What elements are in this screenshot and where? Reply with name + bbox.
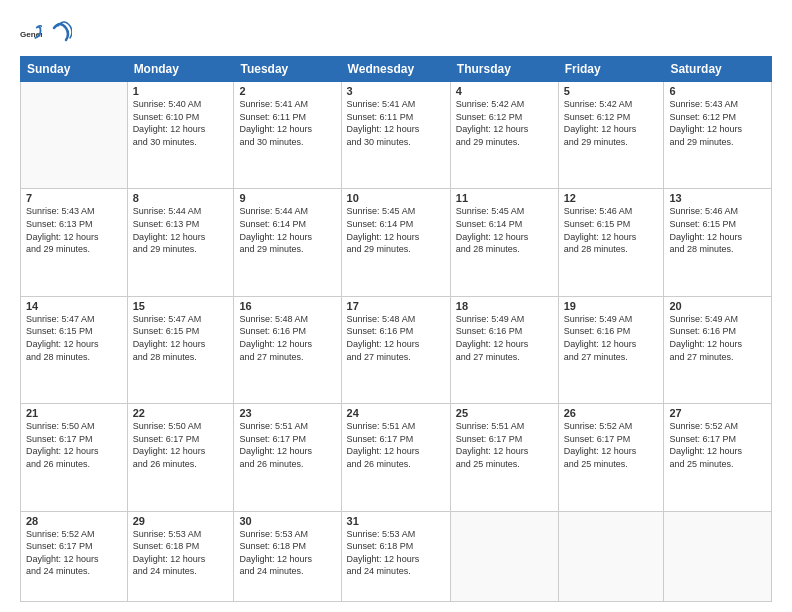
- day-number: 13: [669, 192, 766, 204]
- day-number: 27: [669, 407, 766, 419]
- calendar-cell: 23Sunrise: 5:51 AM Sunset: 6:17 PM Dayli…: [234, 404, 341, 511]
- day-info: Sunrise: 5:49 AM Sunset: 6:16 PM Dayligh…: [456, 313, 553, 363]
- day-number: 14: [26, 300, 122, 312]
- calendar-cell: 14Sunrise: 5:47 AM Sunset: 6:15 PM Dayli…: [21, 296, 128, 403]
- day-number: 19: [564, 300, 659, 312]
- calendar-week-row: 21Sunrise: 5:50 AM Sunset: 6:17 PM Dayli…: [21, 404, 772, 511]
- calendar-week-row: 28Sunrise: 5:52 AM Sunset: 6:17 PM Dayli…: [21, 511, 772, 601]
- calendar-week-row: 14Sunrise: 5:47 AM Sunset: 6:15 PM Dayli…: [21, 296, 772, 403]
- day-info: Sunrise: 5:52 AM Sunset: 6:17 PM Dayligh…: [564, 420, 659, 470]
- calendar-cell: 5Sunrise: 5:42 AM Sunset: 6:12 PM Daylig…: [558, 82, 664, 189]
- day-number: 28: [26, 515, 122, 527]
- calendar-cell: 20Sunrise: 5:49 AM Sunset: 6:16 PM Dayli…: [664, 296, 772, 403]
- calendar-cell: 15Sunrise: 5:47 AM Sunset: 6:15 PM Dayli…: [127, 296, 234, 403]
- calendar-cell: 30Sunrise: 5:53 AM Sunset: 6:18 PM Dayli…: [234, 511, 341, 601]
- day-info: Sunrise: 5:47 AM Sunset: 6:15 PM Dayligh…: [133, 313, 229, 363]
- calendar-cell: 11Sunrise: 5:45 AM Sunset: 6:14 PM Dayli…: [450, 189, 558, 296]
- calendar-cell: 12Sunrise: 5:46 AM Sunset: 6:15 PM Dayli…: [558, 189, 664, 296]
- day-info: Sunrise: 5:46 AM Sunset: 6:15 PM Dayligh…: [564, 205, 659, 255]
- day-info: Sunrise: 5:43 AM Sunset: 6:13 PM Dayligh…: [26, 205, 122, 255]
- weekday-header-friday: Friday: [558, 57, 664, 82]
- weekday-header-monday: Monday: [127, 57, 234, 82]
- day-info: Sunrise: 5:43 AM Sunset: 6:12 PM Dayligh…: [669, 98, 766, 148]
- day-info: Sunrise: 5:51 AM Sunset: 6:17 PM Dayligh…: [347, 420, 445, 470]
- weekday-header-tuesday: Tuesday: [234, 57, 341, 82]
- day-number: 3: [347, 85, 445, 97]
- day-info: Sunrise: 5:49 AM Sunset: 6:16 PM Dayligh…: [564, 313, 659, 363]
- day-info: Sunrise: 5:48 AM Sunset: 6:16 PM Dayligh…: [347, 313, 445, 363]
- weekday-header-saturday: Saturday: [664, 57, 772, 82]
- calendar-cell: 10Sunrise: 5:45 AM Sunset: 6:14 PM Dayli…: [341, 189, 450, 296]
- day-number: 24: [347, 407, 445, 419]
- calendar-cell: [558, 511, 664, 601]
- header: General: [20, 18, 772, 48]
- calendar-cell: 28Sunrise: 5:52 AM Sunset: 6:17 PM Dayli…: [21, 511, 128, 601]
- calendar-cell: 17Sunrise: 5:48 AM Sunset: 6:16 PM Dayli…: [341, 296, 450, 403]
- calendar-cell: 4Sunrise: 5:42 AM Sunset: 6:12 PM Daylig…: [450, 82, 558, 189]
- day-info: Sunrise: 5:51 AM Sunset: 6:17 PM Dayligh…: [456, 420, 553, 470]
- day-info: Sunrise: 5:44 AM Sunset: 6:13 PM Dayligh…: [133, 205, 229, 255]
- day-number: 22: [133, 407, 229, 419]
- day-info: Sunrise: 5:52 AM Sunset: 6:17 PM Dayligh…: [26, 528, 122, 578]
- day-info: Sunrise: 5:53 AM Sunset: 6:18 PM Dayligh…: [347, 528, 445, 578]
- day-number: 26: [564, 407, 659, 419]
- calendar-cell: 25Sunrise: 5:51 AM Sunset: 6:17 PM Dayli…: [450, 404, 558, 511]
- day-info: Sunrise: 5:50 AM Sunset: 6:17 PM Dayligh…: [26, 420, 122, 470]
- day-info: Sunrise: 5:44 AM Sunset: 6:14 PM Dayligh…: [239, 205, 335, 255]
- day-info: Sunrise: 5:40 AM Sunset: 6:10 PM Dayligh…: [133, 98, 229, 148]
- day-number: 17: [347, 300, 445, 312]
- day-number: 23: [239, 407, 335, 419]
- calendar-week-row: 7Sunrise: 5:43 AM Sunset: 6:13 PM Daylig…: [21, 189, 772, 296]
- day-info: Sunrise: 5:46 AM Sunset: 6:15 PM Dayligh…: [669, 205, 766, 255]
- day-info: Sunrise: 5:49 AM Sunset: 6:16 PM Dayligh…: [669, 313, 766, 363]
- calendar-week-row: 1Sunrise: 5:40 AM Sunset: 6:10 PM Daylig…: [21, 82, 772, 189]
- day-number: 18: [456, 300, 553, 312]
- calendar-cell: 3Sunrise: 5:41 AM Sunset: 6:11 PM Daylig…: [341, 82, 450, 189]
- day-number: 11: [456, 192, 553, 204]
- day-number: 21: [26, 407, 122, 419]
- calendar-cell: 18Sunrise: 5:49 AM Sunset: 6:16 PM Dayli…: [450, 296, 558, 403]
- day-number: 15: [133, 300, 229, 312]
- day-info: Sunrise: 5:52 AM Sunset: 6:17 PM Dayligh…: [669, 420, 766, 470]
- day-number: 7: [26, 192, 122, 204]
- calendar-cell: 13Sunrise: 5:46 AM Sunset: 6:15 PM Dayli…: [664, 189, 772, 296]
- day-info: Sunrise: 5:50 AM Sunset: 6:17 PM Dayligh…: [133, 420, 229, 470]
- day-number: 20: [669, 300, 766, 312]
- calendar-cell: 16Sunrise: 5:48 AM Sunset: 6:16 PM Dayli…: [234, 296, 341, 403]
- calendar-cell: [450, 511, 558, 601]
- calendar-cell: 6Sunrise: 5:43 AM Sunset: 6:12 PM Daylig…: [664, 82, 772, 189]
- day-info: Sunrise: 5:41 AM Sunset: 6:11 PM Dayligh…: [239, 98, 335, 148]
- day-info: Sunrise: 5:47 AM Sunset: 6:15 PM Dayligh…: [26, 313, 122, 363]
- calendar-cell: 21Sunrise: 5:50 AM Sunset: 6:17 PM Dayli…: [21, 404, 128, 511]
- day-info: Sunrise: 5:42 AM Sunset: 6:12 PM Dayligh…: [564, 98, 659, 148]
- weekday-header-sunday: Sunday: [21, 57, 128, 82]
- day-info: Sunrise: 5:45 AM Sunset: 6:14 PM Dayligh…: [347, 205, 445, 255]
- weekday-header-thursday: Thursday: [450, 57, 558, 82]
- weekday-header-row: SundayMondayTuesdayWednesdayThursdayFrid…: [21, 57, 772, 82]
- day-number: 16: [239, 300, 335, 312]
- day-number: 29: [133, 515, 229, 527]
- day-number: 8: [133, 192, 229, 204]
- calendar-cell: 24Sunrise: 5:51 AM Sunset: 6:17 PM Dayli…: [341, 404, 450, 511]
- calendar-table: SundayMondayTuesdayWednesdayThursdayFrid…: [20, 56, 772, 602]
- day-number: 31: [347, 515, 445, 527]
- day-number: 6: [669, 85, 766, 97]
- day-number: 1: [133, 85, 229, 97]
- day-info: Sunrise: 5:45 AM Sunset: 6:14 PM Dayligh…: [456, 205, 553, 255]
- calendar-cell: 1Sunrise: 5:40 AM Sunset: 6:10 PM Daylig…: [127, 82, 234, 189]
- page: General SundayMondayTuesdayWednesdayThur…: [0, 0, 792, 612]
- logo-wave-icon: [52, 18, 72, 48]
- calendar-cell: 7Sunrise: 5:43 AM Sunset: 6:13 PM Daylig…: [21, 189, 128, 296]
- day-number: 5: [564, 85, 659, 97]
- weekday-header-wednesday: Wednesday: [341, 57, 450, 82]
- day-info: Sunrise: 5:42 AM Sunset: 6:12 PM Dayligh…: [456, 98, 553, 148]
- calendar-cell: 19Sunrise: 5:49 AM Sunset: 6:16 PM Dayli…: [558, 296, 664, 403]
- svg-text:General: General: [20, 30, 42, 39]
- day-number: 12: [564, 192, 659, 204]
- calendar-cell: 2Sunrise: 5:41 AM Sunset: 6:11 PM Daylig…: [234, 82, 341, 189]
- calendar-cell: [664, 511, 772, 601]
- day-info: Sunrise: 5:53 AM Sunset: 6:18 PM Dayligh…: [239, 528, 335, 578]
- day-number: 9: [239, 192, 335, 204]
- logo: General: [20, 18, 72, 48]
- day-info: Sunrise: 5:41 AM Sunset: 6:11 PM Dayligh…: [347, 98, 445, 148]
